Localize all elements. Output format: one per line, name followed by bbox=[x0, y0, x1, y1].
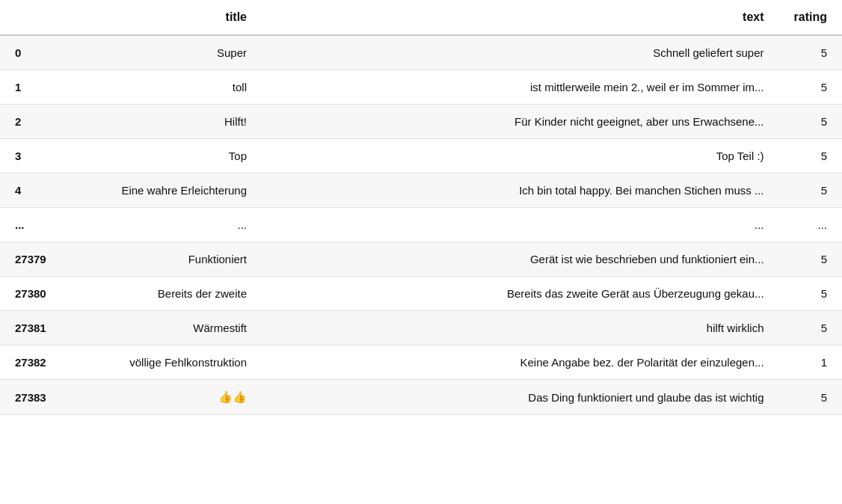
table-header-row: title text rating bbox=[0, 0, 842, 35]
cell-text: Für Kinder nicht geeignet, aber uns Erwa… bbox=[262, 105, 779, 139]
cell-index: 27383 bbox=[0, 380, 67, 415]
cell-text: Bereits das zweite Gerät aus Überzeugung… bbox=[262, 277, 779, 311]
cell-rating: 5 bbox=[779, 173, 842, 208]
cell-index: 2 bbox=[0, 105, 67, 139]
cell-title: Bereits der zweite bbox=[67, 277, 262, 311]
header-text: text bbox=[262, 0, 779, 35]
data-table: title text rating 0SuperSchnell geliefer… bbox=[0, 0, 842, 415]
table-row: 27382völlige FehlkonstruktionKeine Angab… bbox=[0, 345, 842, 380]
cell-title: ... bbox=[67, 208, 262, 242]
cell-text: Schnell geliefert super bbox=[262, 35, 779, 70]
cell-rating: 5 bbox=[779, 70, 842, 105]
cell-index: 27382 bbox=[0, 345, 67, 380]
cell-index: ... bbox=[0, 208, 67, 242]
cell-title: 👍👍 bbox=[67, 380, 262, 415]
header-index bbox=[0, 0, 67, 35]
cell-rating: 5 bbox=[779, 35, 842, 70]
cell-rating: 5 bbox=[779, 242, 842, 277]
cell-rating: ... bbox=[779, 208, 842, 242]
table-row: 4Eine wahre ErleichterungIch bin total h… bbox=[0, 173, 842, 208]
cell-text: Keine Angabe bez. der Polarität der einz… bbox=[262, 345, 779, 380]
cell-rating: 5 bbox=[779, 105, 842, 139]
table-row: 27380Bereits der zweiteBereits das zweit… bbox=[0, 277, 842, 311]
cell-rating: 1 bbox=[779, 345, 842, 380]
cell-text: Top Teil :) bbox=[262, 139, 779, 173]
cell-title: völlige Fehlkonstruktion bbox=[67, 345, 262, 380]
table-row: 1tollist mittlerweile mein 2., weil er i… bbox=[0, 70, 842, 105]
cell-index: 27379 bbox=[0, 242, 67, 277]
cell-text: Ich bin total happy. Bei manchen Stichen… bbox=[262, 173, 779, 208]
cell-text: ist mittlerweile mein 2., weil er im Som… bbox=[262, 70, 779, 105]
table-row: 27383👍👍Das Ding funktioniert und glaube … bbox=[0, 380, 842, 415]
cell-text: Gerät ist wie beschrieben und funktionie… bbox=[262, 242, 779, 277]
cell-text: hilft wirklich bbox=[262, 311, 779, 345]
cell-rating: 5 bbox=[779, 277, 842, 311]
cell-title: Funktioniert bbox=[67, 242, 262, 277]
cell-rating: 5 bbox=[779, 380, 842, 415]
cell-title: toll bbox=[67, 70, 262, 105]
cell-index: 27381 bbox=[0, 311, 67, 345]
cell-index: 4 bbox=[0, 173, 67, 208]
cell-text: ... bbox=[262, 208, 779, 242]
cell-title: Eine wahre Erleichterung bbox=[67, 173, 262, 208]
table-row: 0SuperSchnell geliefert super5 bbox=[0, 35, 842, 70]
cell-text: Das Ding funktioniert und glaube das ist… bbox=[262, 380, 779, 415]
cell-index: 0 bbox=[0, 35, 67, 70]
cell-index: 27380 bbox=[0, 277, 67, 311]
table-row: 27379FunktioniertGerät ist wie beschrieb… bbox=[0, 242, 842, 277]
cell-rating: 5 bbox=[779, 139, 842, 173]
table-row: ............ bbox=[0, 208, 842, 242]
cell-index: 1 bbox=[0, 70, 67, 105]
cell-title: Top bbox=[67, 139, 262, 173]
table-row: 3TopTop Teil :)5 bbox=[0, 139, 842, 173]
header-rating: rating bbox=[779, 0, 842, 35]
table-row: 2Hilft!Für Kinder nicht geeignet, aber u… bbox=[0, 105, 842, 139]
table-row: 27381Wärmestifthilft wirklich5 bbox=[0, 311, 842, 345]
cell-index: 3 bbox=[0, 139, 67, 173]
cell-title: Wärmestift bbox=[67, 311, 262, 345]
cell-title: Super bbox=[67, 35, 262, 70]
cell-rating: 5 bbox=[779, 311, 842, 345]
header-title: title bbox=[67, 0, 262, 35]
cell-title: Hilft! bbox=[67, 105, 262, 139]
